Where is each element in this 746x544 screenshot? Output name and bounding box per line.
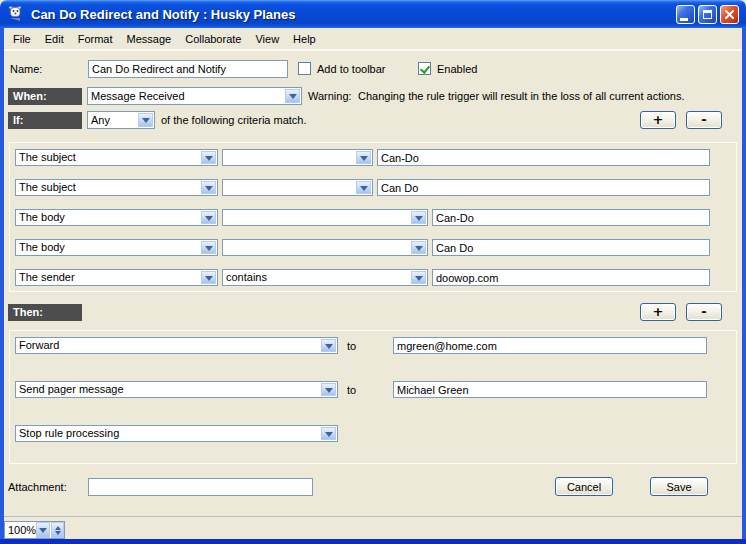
chevron-down-icon[interactable]	[36, 522, 50, 538]
criterion-operator-combobox[interactable]	[222, 239, 428, 256]
save-button[interactable]: Save	[650, 477, 708, 496]
window-title: Can Do Redirect and Notify : Husky Plane…	[31, 7, 295, 22]
menu-message[interactable]: Message	[120, 31, 179, 47]
chevron-down-icon[interactable]	[285, 89, 300, 103]
chevron-down-icon[interactable]	[321, 339, 336, 352]
criterion-field-combobox[interactable]: The sender	[15, 269, 218, 286]
criterion-field-combobox[interactable]: The subject	[15, 149, 218, 166]
criterion-operator-combobox[interactable]	[222, 149, 373, 166]
chevron-down-icon[interactable]	[321, 427, 336, 440]
menu-bar: File Edit Format Message Collaborate Vie…	[4, 28, 742, 49]
name-input[interactable]	[88, 60, 288, 78]
window-border-left	[0, 28, 4, 544]
zoom-level-combobox[interactable]: 100%	[4, 521, 65, 539]
warning-label: Warning:	[308, 90, 352, 102]
then-section-label: Then:	[8, 304, 82, 321]
action-target-input[interactable]	[393, 381, 707, 398]
action-target-input[interactable]	[393, 337, 707, 354]
chevron-down-icon[interactable]	[356, 151, 371, 164]
criterion-field-combobox[interactable]: The subject	[15, 179, 218, 196]
window-controls	[676, 5, 739, 24]
window-border-right	[742, 28, 746, 544]
criterion-operator-combobox[interactable]	[222, 209, 428, 226]
title-bar[interactable]: Can Do Redirect and Notify : Husky Plane…	[0, 0, 746, 28]
attachment-label: Attachment:	[8, 481, 67, 493]
menu-format[interactable]: Format	[71, 31, 120, 47]
if-match-combobox[interactable]: Any	[87, 111, 155, 129]
criterion-value-input[interactable]	[377, 149, 710, 166]
chevron-down-icon[interactable]	[411, 211, 426, 224]
remove-criterion-button[interactable]: -	[686, 111, 722, 129]
menu-help[interactable]: Help	[286, 31, 323, 47]
cancel-button[interactable]: Cancel	[555, 477, 613, 496]
chevron-down-icon[interactable]	[201, 211, 216, 224]
name-label: Name:	[10, 63, 42, 75]
criterion-operator-combobox[interactable]: contains	[222, 269, 428, 286]
action-to-label: to	[347, 384, 356, 396]
when-trigger-combobox[interactable]: Message Received	[87, 87, 302, 105]
chevron-down-icon[interactable]	[201, 241, 216, 254]
menu-view[interactable]: View	[248, 31, 286, 47]
warning-text: Changing the rule trigger will result in…	[358, 90, 685, 102]
chevron-down-icon[interactable]	[356, 181, 371, 194]
chevron-down-icon[interactable]	[201, 151, 216, 164]
chevron-down-icon[interactable]	[411, 271, 426, 284]
spinner-up-icon[interactable]	[55, 523, 61, 530]
criterion-value-input[interactable]	[377, 179, 710, 196]
add-to-toolbar-label: Add to toolbar	[317, 63, 386, 75]
criterion-field-combobox[interactable]: The body	[15, 239, 218, 256]
app-icon	[7, 5, 25, 23]
remove-action-button[interactable]: -	[686, 303, 722, 321]
statusbar-divider	[4, 516, 742, 518]
criterion-value-input[interactable]	[432, 239, 710, 256]
criterion-value-input[interactable]	[432, 269, 710, 286]
attachment-input[interactable]	[88, 478, 313, 496]
menu-edit[interactable]: Edit	[38, 31, 71, 47]
zoom-spinner[interactable]	[51, 522, 64, 538]
add-action-button[interactable]: +	[640, 303, 676, 321]
zoom-level-value: 100%	[5, 522, 36, 538]
action-type-combobox[interactable]: Send pager message	[15, 381, 338, 398]
chevron-down-icon[interactable]	[201, 181, 216, 194]
if-section-label: If:	[8, 112, 82, 129]
chevron-down-icon[interactable]	[411, 241, 426, 254]
action-to-label: to	[347, 340, 356, 352]
when-section-label: When:	[8, 88, 82, 105]
minimize-icon	[680, 18, 688, 21]
window-border-bottom	[0, 539, 746, 544]
add-to-toolbar-checkbox[interactable]	[298, 62, 311, 75]
action-type-combobox[interactable]: Stop rule processing	[15, 425, 338, 442]
enabled-label: Enabled	[437, 63, 477, 75]
minimize-button[interactable]	[676, 5, 695, 24]
chevron-down-icon[interactable]	[321, 383, 336, 396]
close-icon	[724, 9, 735, 20]
maximize-button[interactable]	[698, 5, 717, 24]
menu-file[interactable]: File	[6, 31, 38, 47]
spinner-down-icon[interactable]	[55, 531, 61, 538]
criterion-value-input[interactable]	[432, 209, 710, 226]
menu-collaborate[interactable]: Collaborate	[178, 31, 248, 47]
criterion-operator-combobox[interactable]	[222, 179, 373, 196]
maximize-icon	[703, 10, 712, 19]
chevron-down-icon[interactable]	[201, 271, 216, 284]
chevron-down-icon[interactable]	[138, 113, 153, 127]
action-type-combobox[interactable]: Forward	[15, 337, 338, 354]
enabled-checkbox[interactable]	[418, 62, 431, 75]
close-button[interactable]	[720, 5, 739, 24]
criterion-field-combobox[interactable]: The body	[15, 209, 218, 226]
rule-editor-window: Can Do Redirect and Notify : Husky Plane…	[0, 0, 746, 544]
add-criterion-button[interactable]: +	[640, 111, 676, 129]
if-suffix-text: of the following criteria match.	[161, 114, 307, 126]
menu-separator	[4, 49, 742, 51]
